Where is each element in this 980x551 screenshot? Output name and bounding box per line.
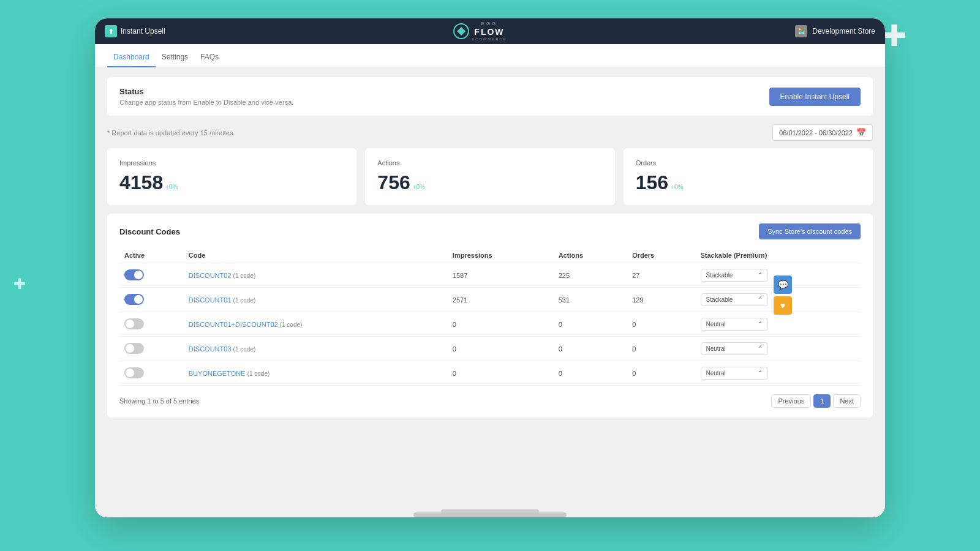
actions-value-group: 756 +0% (377, 171, 602, 194)
impressions-label: Impressions (119, 159, 344, 167)
code-note-3: (1 code) (233, 346, 256, 353)
sync-discount-codes-button[interactable]: Sync Store's discount codes (759, 223, 861, 239)
status-description: Change app status from Enable to Disable… (119, 99, 293, 106)
stackable-select-1[interactable]: Stackable ⌃ (701, 293, 768, 306)
status-text-group: Status Change app status from Enable to … (119, 87, 293, 106)
tab-settings[interactable]: Settings (156, 53, 194, 67)
cell-actions-2: 0 (554, 312, 627, 337)
store-icon: 🏪 (795, 25, 807, 37)
col-stackable: Stackable (Premium) (696, 248, 861, 263)
laptop-bottom-bar (413, 512, 567, 517)
logo-top-text: egg (472, 21, 507, 27)
toggle-2[interactable] (124, 318, 144, 329)
cell-actions-0: 225 (554, 263, 627, 288)
discount-codes-card: Discount Codes Sync Store's discount cod… (107, 214, 873, 418)
status-card: Status Change app status from Enable to … (107, 77, 873, 116)
tab-faqs[interactable]: FAQs (194, 53, 225, 67)
cell-active-3 (119, 337, 184, 361)
table-row: DISCOUNT02 (1 code) 1587 225 27 Stackabl… (119, 263, 861, 288)
cell-active-4 (119, 361, 184, 386)
cell-code-4: BUYONEGETONE (1 code) (184, 361, 448, 386)
report-note: * Report data is updated every 15 minute… (107, 129, 233, 137)
orders-value-group: 156 +0% (636, 171, 861, 194)
current-page-button[interactable]: 1 (813, 394, 831, 408)
chat-button[interactable]: 💬 (774, 276, 792, 294)
decoration-plus-top: ✚ (882, 21, 907, 51)
logo-diamond (457, 27, 466, 36)
app-container: ⬆ Instant Upsell egg FLOW ECOMMERCE 🏪 (95, 18, 885, 517)
calendar-icon: 📅 (856, 128, 866, 137)
impressions-value-group: 4158 +0% (119, 171, 344, 194)
stackable-select-0[interactable]: Stackable ⌃ (701, 269, 768, 282)
cell-orders-4: 0 (627, 361, 695, 386)
pagination: Previous 1 Next (771, 394, 861, 408)
toggle-3[interactable] (124, 343, 144, 354)
code-note-1: (1 code) (233, 297, 256, 304)
cell-impressions-3: 0 (448, 337, 554, 361)
topnav-right: 🏪 Development Store (795, 25, 875, 37)
actions-number: 756 (377, 171, 410, 194)
logo-text-group: egg FLOW ECOMMERCE (472, 21, 507, 42)
brand-name: Instant Upsell (121, 27, 165, 36)
code-link-0[interactable]: DISCOUNT02 (189, 272, 232, 279)
previous-page-button[interactable]: Previous (771, 394, 811, 408)
orders-number: 156 (636, 171, 668, 194)
logo-sub-text: ECOMMERCE (472, 37, 507, 42)
toggle-4[interactable] (124, 367, 144, 378)
code-link-4[interactable]: BUYONEGETONE (189, 370, 246, 377)
discount-codes-table: Active Code Impressions Actions Orders S… (119, 248, 861, 386)
side-buttons: 💬 ♥ (774, 276, 792, 315)
heart-icon: ♥ (780, 301, 785, 310)
cell-orders-2: 0 (627, 312, 695, 337)
heart-button[interactable]: ♥ (774, 296, 792, 315)
cell-code-3: DISCOUNT03 (1 code) (184, 337, 448, 361)
cell-orders-0: 27 (627, 263, 695, 288)
col-actions: Actions (554, 248, 627, 263)
logo-main-text: FLOW (472, 27, 507, 37)
showing-entries: Showing 1 to 5 of 5 entries (119, 397, 199, 405)
table-row: BUYONEGETONE (1 code) 0 0 0 Neutral ⌃ (119, 361, 861, 386)
stackable-select-3[interactable]: Neutral ⌃ (701, 342, 768, 355)
metric-orders: Orders 156 +0% (624, 148, 873, 205)
discount-title: Discount Codes (119, 227, 180, 236)
decoration-plus-left: ✚ (13, 276, 26, 293)
next-page-button[interactable]: Next (833, 394, 861, 408)
cell-stackable-4: Neutral ⌃ (696, 361, 861, 386)
impressions-number: 4158 (119, 171, 163, 194)
date-range-text: 06/01/2022 - 06/30/2022 (779, 129, 853, 137)
stackable-select-4[interactable]: Neutral ⌃ (701, 367, 768, 380)
date-range-picker[interactable]: 06/01/2022 - 06/30/2022 📅 (772, 124, 873, 141)
cell-actions-4: 0 (554, 361, 627, 386)
discount-header: Discount Codes Sync Store's discount cod… (119, 223, 861, 239)
cell-impressions-2: 0 (448, 312, 554, 337)
table-row: DISCOUNT03 (1 code) 0 0 0 Neutral ⌃ (119, 337, 861, 361)
code-link-2[interactable]: DISCOUNT01+DISCOUNT02 (189, 321, 278, 328)
cell-impressions-0: 1587 (448, 263, 554, 288)
impressions-change: +0% (165, 184, 178, 190)
cell-orders-1: 129 (627, 288, 695, 312)
top-navigation: ⬆ Instant Upsell egg FLOW ECOMMERCE 🏪 (95, 18, 885, 44)
toggle-0[interactable] (124, 269, 144, 280)
brand-icon: ⬆ (105, 25, 117, 37)
toggle-1[interactable] (124, 294, 144, 305)
code-note-0: (1 code) (233, 272, 256, 279)
stackable-select-2[interactable]: Neutral ⌃ (701, 318, 768, 331)
cell-active-2 (119, 312, 184, 337)
cell-code-0: DISCOUNT02 (1 code) (184, 263, 448, 288)
status-title: Status (119, 87, 293, 96)
sub-navigation: Dashboard Settings FAQs (95, 44, 885, 67)
main-content: Status Change app status from Enable to … (95, 67, 885, 517)
actions-change: +0% (413, 184, 425, 190)
col-impressions: Impressions (448, 248, 554, 263)
tab-dashboard[interactable]: Dashboard (107, 53, 156, 67)
cell-impressions-1: 2571 (448, 288, 554, 312)
enable-instant-upsell-button[interactable]: Enable Instant Upsell (769, 88, 861, 106)
code-link-3[interactable]: DISCOUNT03 (189, 345, 232, 353)
cell-actions-1: 531 (554, 288, 627, 312)
col-active: Active (119, 248, 184, 263)
code-link-1[interactable]: DISCOUNT01 (189, 296, 232, 304)
cell-active-0 (119, 263, 184, 288)
col-code: Code (184, 248, 448, 263)
table-footer: Showing 1 to 5 of 5 entries Previous 1 N… (119, 394, 861, 408)
code-note-2: (1 code) (280, 321, 303, 328)
